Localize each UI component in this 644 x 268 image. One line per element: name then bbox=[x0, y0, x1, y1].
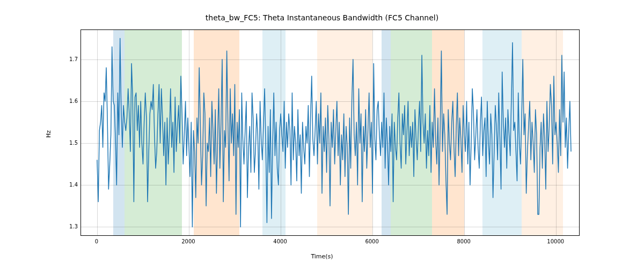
x-tick-label: 10000 bbox=[547, 239, 564, 244]
plot-area bbox=[80, 29, 580, 236]
chart-root: theta_bw_FC5: Theta Instantaneous Bandwi… bbox=[0, 0, 644, 268]
y-axis-label: Hz bbox=[45, 130, 52, 138]
y-tick-label: 1.5 bbox=[56, 140, 78, 146]
x-tick-label: 2000 bbox=[181, 239, 195, 244]
y-tick-label: 1.6 bbox=[56, 98, 78, 103]
x-axis-label: Time(s) bbox=[0, 253, 644, 260]
series-line bbox=[81, 30, 579, 235]
y-tick-label: 1.3 bbox=[56, 224, 78, 229]
x-tick-label: 4000 bbox=[273, 239, 287, 244]
y-tick-label: 1.7 bbox=[56, 56, 78, 62]
y-tick-label: 1.4 bbox=[56, 182, 78, 188]
x-tick-label: 6000 bbox=[365, 239, 378, 244]
chart-title: theta_bw_FC5: Theta Instantaneous Bandwi… bbox=[0, 13, 644, 22]
x-tick-label: 0 bbox=[95, 239, 98, 244]
x-tick-label: 8000 bbox=[457, 239, 470, 244]
